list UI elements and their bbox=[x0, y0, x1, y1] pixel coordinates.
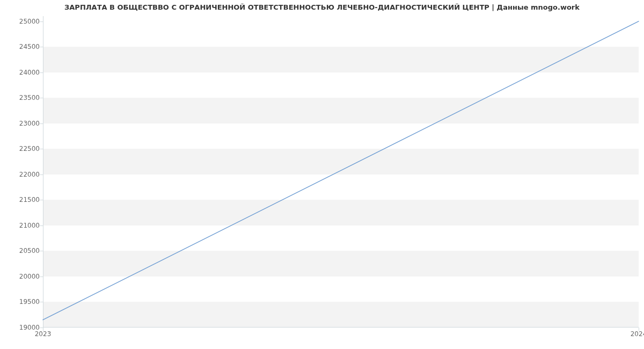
y-tick-label: 22000 bbox=[8, 171, 40, 178]
y-tick bbox=[40, 251, 43, 251]
y-tick bbox=[40, 302, 43, 302]
y-tick bbox=[40, 149, 43, 149]
x-tick-label: 2023 bbox=[35, 330, 52, 338]
y-tick bbox=[40, 200, 43, 200]
y-tick-label: 21500 bbox=[8, 196, 40, 203]
plot-area bbox=[43, 16, 639, 328]
y-tick-label: 20000 bbox=[8, 273, 40, 280]
y-tick-label: 20500 bbox=[8, 247, 40, 255]
y-tick-label: 24000 bbox=[8, 69, 40, 76]
y-tick bbox=[40, 226, 43, 226]
series-line bbox=[43, 21, 639, 320]
y-tick-label: 23000 bbox=[8, 120, 40, 127]
y-tick bbox=[40, 72, 43, 73]
chart-title: ЗАРПЛАТА В ОБЩЕСТВВО С ОГРАНИЧЕННОЙ ОТВЕ… bbox=[0, 3, 644, 11]
y-tick bbox=[40, 21, 43, 22]
y-tick-label: 24500 bbox=[8, 43, 40, 50]
line-series bbox=[43, 16, 639, 328]
y-tick bbox=[40, 123, 43, 124]
y-tick bbox=[40, 277, 43, 277]
y-tick bbox=[40, 47, 43, 47]
y-tick-label: 23500 bbox=[8, 94, 40, 101]
y-tick bbox=[40, 174, 43, 175]
y-tick bbox=[40, 98, 43, 98]
y-tick-label: 21000 bbox=[8, 222, 40, 229]
chart-container: ЗАРПЛАТА В ОБЩЕСТВВО С ОГРАНИЧЕННОЙ ОТВЕ… bbox=[0, 0, 644, 349]
y-tick-label: 19500 bbox=[8, 298, 40, 306]
y-tick-label: 25000 bbox=[8, 18, 40, 25]
y-tick-label: 22500 bbox=[8, 145, 40, 152]
x-tick-label: 2024 bbox=[631, 330, 644, 338]
